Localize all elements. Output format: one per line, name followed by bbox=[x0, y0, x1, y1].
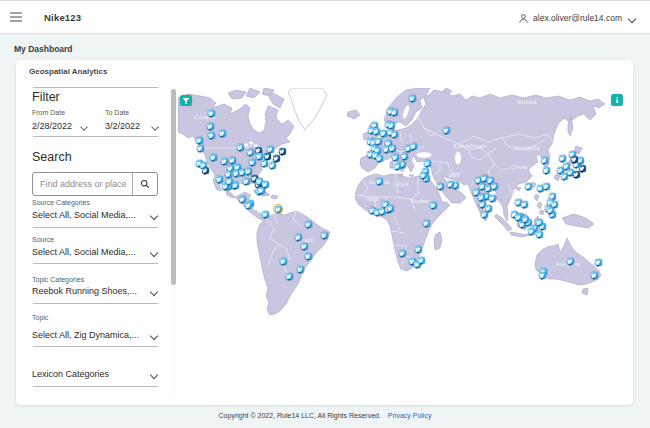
tweet-marker[interactable] bbox=[273, 155, 280, 162]
tweet-marker[interactable] bbox=[437, 183, 444, 190]
tweet-marker[interactable] bbox=[196, 137, 203, 144]
tweet-marker[interactable] bbox=[387, 205, 394, 212]
lexicon-categories-select[interactable]: Lexicon Categories bbox=[32, 369, 158, 379]
tweet-marker[interactable] bbox=[219, 130, 226, 137]
tweet-marker[interactable] bbox=[478, 194, 485, 201]
tweet-marker[interactable] bbox=[286, 273, 293, 280]
tweet-marker[interactable] bbox=[399, 250, 406, 257]
tweet-marker[interactable] bbox=[392, 154, 399, 161]
tweet-marker[interactable] bbox=[221, 158, 228, 165]
tweet-marker[interactable] bbox=[525, 183, 532, 190]
tweet-marker[interactable] bbox=[249, 159, 256, 166]
tweet-marker[interactable] bbox=[376, 155, 383, 162]
tweet-marker[interactable] bbox=[443, 127, 450, 134]
tweet-marker[interactable] bbox=[237, 144, 244, 151]
tweet-marker[interactable] bbox=[536, 219, 543, 226]
tweet-marker[interactable] bbox=[267, 146, 274, 153]
tweet-marker[interactable] bbox=[424, 160, 431, 167]
tweet-marker[interactable] bbox=[418, 257, 425, 264]
user-menu[interactable]: alex.oliver@rule14.com bbox=[518, 10, 636, 26]
tweet-marker[interactable] bbox=[226, 178, 233, 185]
tweet-marker[interactable] bbox=[280, 258, 287, 265]
tweet-marker[interactable] bbox=[573, 171, 580, 178]
tweet-marker[interactable] bbox=[261, 160, 268, 167]
tweet-marker[interactable] bbox=[577, 157, 584, 164]
tweet-marker[interactable] bbox=[262, 211, 269, 218]
tweet-marker[interactable] bbox=[208, 132, 215, 139]
tweet-marker[interactable] bbox=[481, 211, 488, 218]
world-map[interactable]: CanadaRussiaKazakhstanMongoliaChinaIranL… bbox=[178, 88, 630, 396]
tweet-marker[interactable] bbox=[239, 196, 246, 203]
tweet-marker[interactable] bbox=[543, 167, 550, 174]
map-info-button[interactable]: i bbox=[611, 94, 623, 106]
tweet-marker[interactable] bbox=[207, 123, 214, 130]
tweet-marker[interactable] bbox=[547, 207, 554, 214]
tweet-marker[interactable] bbox=[245, 168, 252, 175]
tweet-marker[interactable] bbox=[225, 171, 232, 178]
tweet-marker[interactable] bbox=[521, 201, 528, 208]
tweet-marker[interactable] bbox=[430, 202, 437, 209]
search-input[interactable] bbox=[33, 173, 132, 195]
tweet-marker[interactable] bbox=[375, 138, 382, 145]
tweet-marker[interactable] bbox=[373, 128, 380, 135]
tweet-marker[interactable] bbox=[245, 202, 252, 209]
tweet-marker[interactable] bbox=[491, 183, 498, 190]
tweet-marker[interactable] bbox=[539, 272, 546, 279]
tweet-marker[interactable] bbox=[269, 162, 276, 169]
tweet-marker[interactable] bbox=[389, 145, 396, 152]
tweet-marker[interactable] bbox=[210, 154, 217, 161]
tweet-marker[interactable] bbox=[208, 110, 215, 117]
tweet-marker[interactable] bbox=[394, 163, 401, 170]
tweet-marker[interactable] bbox=[401, 153, 408, 160]
tweet-marker[interactable] bbox=[305, 253, 312, 260]
to-date-select[interactable]: 3/2/2022 bbox=[105, 121, 159, 131]
tweet-marker[interactable] bbox=[216, 176, 223, 183]
tweet-marker[interactable] bbox=[305, 221, 312, 228]
tweet-marker[interactable] bbox=[579, 165, 586, 172]
tweet-marker[interactable] bbox=[388, 122, 395, 129]
tweet-marker[interactable] bbox=[232, 182, 239, 189]
tweet-marker[interactable] bbox=[410, 143, 417, 150]
tweet-marker[interactable] bbox=[301, 243, 308, 250]
tweet-marker[interactable] bbox=[409, 95, 416, 102]
tweet-marker[interactable] bbox=[297, 266, 304, 273]
source-categories-select[interactable]: Select All, Social Media,... bbox=[32, 210, 158, 220]
tweet-marker[interactable] bbox=[541, 157, 548, 164]
tweet-marker[interactable] bbox=[247, 149, 254, 156]
tweet-marker[interactable] bbox=[543, 183, 550, 190]
topic-categories-select[interactable]: Reebok Running Shoes,... bbox=[32, 286, 158, 296]
tweet-marker[interactable] bbox=[536, 231, 543, 238]
tweet-marker[interactable] bbox=[447, 181, 454, 188]
tweet-marker[interactable] bbox=[571, 156, 578, 163]
tweet-marker[interactable] bbox=[515, 214, 522, 221]
tweet-marker[interactable] bbox=[423, 220, 430, 227]
panel-scrollbar-thumb[interactable] bbox=[171, 89, 176, 285]
map-filter-button[interactable] bbox=[180, 95, 192, 106]
search-button[interactable] bbox=[132, 173, 157, 195]
tweet-marker[interactable] bbox=[591, 272, 598, 279]
tweet-marker[interactable] bbox=[197, 145, 204, 152]
tweet-marker[interactable] bbox=[380, 130, 387, 137]
tweet-marker[interactable] bbox=[391, 131, 398, 138]
tweet-marker[interactable] bbox=[522, 216, 529, 223]
menu-icon[interactable] bbox=[10, 12, 22, 23]
tweet-marker[interactable] bbox=[229, 157, 236, 164]
privacy-policy-link[interactable]: Privacy Policy bbox=[388, 412, 432, 419]
tweet-marker[interactable] bbox=[559, 155, 566, 162]
topic-select[interactable]: Select All, Zig Dynamica,... bbox=[32, 330, 158, 340]
tweet-marker[interactable] bbox=[295, 234, 302, 241]
tweet-marker[interactable] bbox=[415, 246, 422, 253]
tweet-marker[interactable] bbox=[489, 195, 496, 202]
tweet-marker[interactable] bbox=[262, 181, 269, 188]
tweet-marker[interactable] bbox=[595, 259, 602, 266]
from-date-select[interactable]: 2/28/2022 bbox=[32, 121, 88, 131]
tweet-marker[interactable] bbox=[202, 167, 209, 174]
tweet-marker[interactable] bbox=[561, 173, 568, 180]
tweet-marker[interactable] bbox=[279, 148, 286, 155]
tweet-marker[interactable] bbox=[567, 258, 574, 265]
tweet-marker[interactable] bbox=[256, 153, 263, 160]
tweet-marker[interactable] bbox=[243, 178, 250, 185]
tweet-marker[interactable] bbox=[321, 232, 328, 239]
source-select[interactable]: Select All, Social Media,... bbox=[32, 247, 158, 257]
tweet-marker[interactable] bbox=[376, 178, 383, 185]
